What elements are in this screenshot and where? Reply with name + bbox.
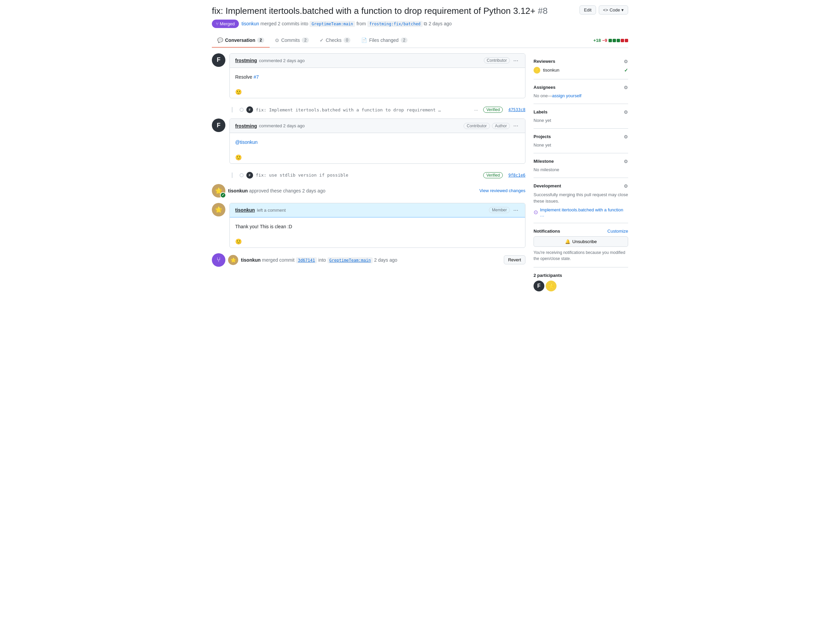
sidebar-notifications-header: Notifications Customize bbox=[534, 228, 628, 234]
merge-event: ⑂ 🌟 tisonkun merged commit 3d67141 into … bbox=[212, 253, 525, 267]
pr-title-text: fix: Implement itertools.batched with a … bbox=[212, 6, 535, 16]
code-label: Code bbox=[609, 8, 620, 13]
sidebar-milestone-header: Milestone ⚙ bbox=[534, 159, 628, 164]
comment-menu-1[interactable]: ··· bbox=[512, 57, 520, 64]
sidebar-development: Development ⚙ Successfully merging this … bbox=[534, 178, 628, 223]
diff-bar bbox=[609, 39, 628, 42]
merge-commit-hash[interactable]: 3d67141 bbox=[296, 257, 317, 263]
comment-badges-1: Contributor ··· bbox=[484, 57, 520, 64]
commit-hash-1[interactable]: 47533c8 bbox=[508, 107, 525, 112]
diff-stats: +18 −9 bbox=[593, 38, 628, 43]
approval-text: tisonkun approved these changes 2 days a… bbox=[228, 188, 477, 194]
comment-box-2: frostming commented 2 days ago Contribut… bbox=[229, 119, 525, 163]
development-issue-text: Implement itertools.batched with a funct… bbox=[540, 207, 628, 218]
notification-reason: You're receiving notifications because y… bbox=[534, 249, 628, 262]
development-description: Successfully merging this pull request m… bbox=[534, 191, 628, 205]
tab-checks-label: Checks bbox=[326, 38, 342, 43]
development-issue-link[interactable]: ⊙ Implement itertools.batched with a fun… bbox=[534, 207, 628, 218]
view-changes-link[interactable]: View reviewed changes bbox=[479, 188, 525, 193]
tab-files-changed[interactable]: 📄 Files changed 2 bbox=[356, 33, 413, 48]
comment-menu-3[interactable]: ··· bbox=[512, 207, 520, 214]
sidebar-notifications: Notifications Customize 🔔 Unsubscribe Yo… bbox=[534, 223, 628, 268]
merge-branch[interactable]: GreptimeTeam:main bbox=[327, 257, 373, 263]
revert-button[interactable]: Revert bbox=[504, 255, 525, 264]
mention-tisonkun[interactable]: @tisonkun bbox=[235, 139, 257, 145]
files-icon: 📄 bbox=[361, 38, 367, 43]
diff-block-3 bbox=[617, 39, 620, 42]
merged-by-link[interactable]: tisonkun bbox=[242, 21, 259, 27]
check-circle-icon: ⊙ bbox=[534, 209, 538, 215]
comment-menu-2[interactable]: ··· bbox=[512, 122, 520, 129]
labels-value: None yet bbox=[534, 118, 551, 123]
approval-event: 🌟 ✓ tisonkun approved these changes 2 da… bbox=[212, 184, 525, 197]
comment-text-1: Resolve #7 bbox=[235, 73, 520, 81]
approver-name: tisonkun bbox=[228, 188, 248, 194]
projects-gear-icon[interactable]: ⚙ bbox=[624, 134, 628, 139]
verified-badge-2: Verified bbox=[483, 172, 503, 178]
head-branch-link[interactable]: frostming:fix/batched bbox=[367, 21, 423, 27]
assign-yourself-link[interactable]: assign yourself bbox=[552, 93, 581, 98]
milestone-value: No milestone bbox=[534, 167, 559, 172]
tab-checks-count: 0 bbox=[344, 38, 351, 43]
tab-files-changed-count: 2 bbox=[401, 38, 408, 43]
development-title: Development bbox=[534, 183, 561, 188]
sidebar-reviewers-header: Reviewers ⚙ bbox=[534, 59, 628, 64]
commit-hash-2[interactable]: 9f8c1e6 bbox=[508, 173, 525, 178]
commit-avatar-1: F bbox=[247, 106, 253, 113]
pr-title: fix: Implement itertools.batched with a … bbox=[212, 5, 574, 17]
copy-icon[interactable]: ⧉ bbox=[424, 21, 427, 27]
tabs-bar: 💬 Conversation 2 ⊙ Commits 2 ✓ Checks 0 … bbox=[212, 33, 628, 48]
commits-icon: ⊙ bbox=[275, 38, 279, 43]
comment-text-3: Thank you! This is clean :D bbox=[235, 223, 520, 230]
customize-link[interactable]: Customize bbox=[608, 228, 628, 234]
tab-files-changed-label: Files changed bbox=[369, 38, 398, 43]
reviewers-gear-icon[interactable]: ⚙ bbox=[624, 59, 628, 64]
tab-checks[interactable]: ✓ Checks 0 bbox=[314, 33, 356, 48]
comment-badges-2: Contributor Author ··· bbox=[463, 122, 520, 129]
labels-gear-icon[interactable]: ⚙ bbox=[624, 110, 628, 115]
comment-body-2: @tisonkun bbox=[230, 133, 525, 151]
milestone-title: Milestone bbox=[534, 159, 554, 164]
sidebar: Reviewers ⚙ 🌟 tisonkun ✓ Assignees ⚙ No … bbox=[534, 53, 628, 297]
base-branch-link[interactable]: GreptimeTeam:main bbox=[309, 21, 355, 27]
author-badge-2: Author bbox=[492, 123, 510, 129]
unsubscribe-button[interactable]: 🔔 Unsubscribe bbox=[534, 236, 628, 247]
diff-block-2 bbox=[612, 39, 616, 42]
timeline-item-comment-3: 🌟 tisonkun left a comment Member ··· Tha… bbox=[212, 203, 525, 248]
bell-icon: 🔔 bbox=[565, 239, 570, 244]
labels-title: Labels bbox=[534, 110, 547, 114]
emoji-reaction-3[interactable]: 🙂 bbox=[235, 239, 242, 244]
chevron-down-icon: ▾ bbox=[622, 8, 624, 13]
sidebar-participants: 2 participants F 🌟 bbox=[534, 268, 628, 297]
merged-badge: ⑂ Merged bbox=[212, 20, 239, 28]
code-brackets-icon: <> bbox=[603, 8, 608, 13]
header-actions: Edit <> Code ▾ bbox=[579, 5, 628, 14]
comment-author-2[interactable]: frostming bbox=[235, 123, 257, 128]
assignees-gear-icon[interactable]: ⚙ bbox=[624, 85, 628, 90]
comment-author-3[interactable]: tisonkun bbox=[235, 207, 255, 213]
participant-avatar-tisonkun[interactable]: 🌟 bbox=[546, 280, 556, 291]
emoji-reaction-2[interactable]: 🙂 bbox=[235, 155, 242, 160]
development-gear-icon[interactable]: ⚙ bbox=[624, 183, 628, 189]
sidebar-participants-header: 2 participants bbox=[534, 273, 628, 278]
issue-7-link[interactable]: #7 bbox=[253, 74, 259, 80]
edit-button[interactable]: Edit bbox=[579, 5, 596, 14]
commit-item-1: F fix: Implement itertools.batched with … bbox=[229, 104, 525, 116]
reviewers-title: Reviewers bbox=[534, 59, 555, 64]
participant-avatar-frostming[interactable]: F bbox=[534, 280, 544, 291]
emoji-reaction-1[interactable]: 🙂 bbox=[235, 89, 242, 95]
milestone-gear-icon[interactable]: ⚙ bbox=[624, 159, 628, 164]
comment-author-1[interactable]: frostming bbox=[235, 58, 257, 63]
tab-conversation[interactable]: 💬 Conversation 2 bbox=[212, 33, 270, 48]
commit-message-1: fix: Implement itertools.batched with a … bbox=[256, 107, 469, 113]
sidebar-development-header: Development ⚙ bbox=[534, 183, 628, 189]
commit-extra-1[interactable]: ··· bbox=[474, 107, 478, 113]
tab-commits[interactable]: ⊙ Commits 2 bbox=[270, 33, 314, 48]
comment-time-1: commented 2 days ago bbox=[259, 58, 305, 63]
reaction-bar-3: 🙂 bbox=[230, 236, 525, 247]
merge-text: tisonkun merged commit 3d67141 into Grep… bbox=[241, 257, 501, 263]
code-button[interactable]: <> Code ▾ bbox=[599, 5, 628, 14]
reviewer-avatar: 🌟 bbox=[534, 67, 540, 74]
comment-header-2: frostming commented 2 days ago Contribut… bbox=[230, 119, 525, 133]
sidebar-assignees: Assignees ⚙ No one—assign yourself bbox=[534, 79, 628, 104]
